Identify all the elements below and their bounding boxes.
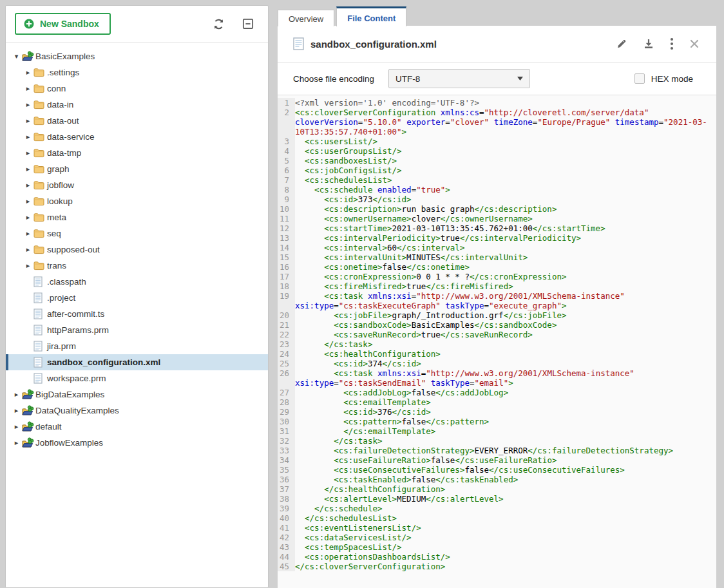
line-content: <cs:jobFile>graph/_Introduction.grf</cs:… [295, 310, 716, 320]
line-content: </cs:schedulesList> [295, 513, 716, 523]
file-icon [33, 325, 47, 336]
line-number: 45 [278, 562, 295, 571]
line-content: </cs:healthConfiguration> [295, 484, 716, 494]
line-number: 38 [278, 494, 295, 504]
tree-item-trans[interactable]: ▸trans [6, 258, 268, 274]
line-content: <cs:alertLevel>MEDIUM</cs:alertLevel> [295, 494, 716, 504]
line-content: <cs:dataServicesList/> [295, 533, 716, 542]
new-sandbox-button[interactable]: New Sandbox [15, 13, 111, 35]
line-content: <cs:intervalPeriodicity>true</cs:interva… [295, 233, 716, 243]
line-number: 30 [278, 417, 295, 426]
line-content: <cs:interval>60</cs:interval> [295, 243, 716, 252]
expand-arrow-icon[interactable]: ▸ [23, 85, 33, 92]
expand-arrow-icon[interactable]: ▸ [23, 246, 33, 253]
tree-item-seq[interactable]: ▸seq [6, 225, 268, 242]
line-number: 33 [278, 446, 295, 455]
line-content: <cs:cronExpression>0 0 1 * * ?</cs:cronE… [295, 272, 716, 281]
expand-arrow-icon[interactable]: ▸ [23, 69, 33, 76]
sandbox-icon [22, 421, 35, 432]
folder-icon [33, 148, 47, 158]
collapse-all-icon[interactable] [242, 18, 254, 30]
tree-item-data-tmp[interactable]: ▸data-tmp [6, 145, 268, 161]
expand-arrow-icon[interactable]: ▸ [23, 166, 33, 173]
tree-item-label: sandbox_configuration.xml [47, 357, 160, 367]
code-line: 4 <cs:userGroupsList/> [278, 146, 716, 156]
code-line: 44 <cs:operationsDashboardsList/> [278, 552, 716, 562]
code-line: 9 <cs:id>373</cs:id> [278, 194, 716, 204]
line-content: <cs:sandboxesList/> [295, 156, 716, 166]
code-editor[interactable]: 1<?xml version='1.0' encoding='UTF-8'?>2… [278, 95, 716, 588]
line-number: 23 [278, 339, 295, 349]
tree-item-DataQualityExamples[interactable]: ▸DataQualityExamples [6, 403, 268, 419]
code-line: 34 <cs:useFailureRatio>false</cs:useFail… [278, 455, 716, 465]
sandbox-icon [22, 437, 35, 448]
tree-item-data-out[interactable]: ▸data-out [6, 113, 268, 129]
code-line: 36 <cs:taskEnabled>false</cs:taskEnabled… [278, 475, 716, 484]
hex-mode-checkbox[interactable] [634, 73, 645, 84]
tree-item-.settings[interactable]: ▸.settings [6, 64, 268, 81]
file-icon [33, 292, 47, 303]
refresh-icon[interactable] [213, 18, 225, 30]
expand-arrow-icon[interactable]: ▸ [23, 101, 33, 108]
tree-item-jobflow[interactable]: ▸jobflow [6, 177, 268, 193]
expand-arrow-icon[interactable]: ▸ [11, 407, 22, 414]
line-number: 34 [278, 455, 295, 465]
code-line: 5 <cs:sandboxesList/> [278, 156, 716, 166]
tree-item-sandbox_configuration.xml[interactable]: sandbox_configuration.xml [6, 354, 268, 370]
tree-item-graph[interactable]: ▸graph [6, 161, 268, 177]
tree-item-default[interactable]: ▸default [6, 419, 268, 435]
tree-item-data-in[interactable]: ▸data-in [6, 97, 268, 113]
file-icon [293, 37, 304, 50]
expand-arrow-icon[interactable]: ▸ [23, 133, 33, 140]
tree-item-workspace.prm[interactable]: workspace.prm [6, 370, 268, 386]
tree-item-data-service[interactable]: ▸data-service [6, 129, 268, 145]
expand-arrow-icon[interactable]: ▸ [11, 423, 22, 430]
file-actions [616, 37, 700, 50]
tree-item-label: data-service [47, 132, 95, 142]
expand-arrow-icon[interactable]: ▸ [23, 149, 33, 156]
tree-item-label: .project [47, 293, 75, 303]
line-number: 13 [278, 233, 295, 243]
tree-item-label: trans [47, 261, 66, 270]
code-line: 8 <cs:schedule enabled="true"> [278, 185, 716, 194]
expand-arrow-icon[interactable]: ▸ [23, 117, 33, 124]
code-line: 6 <cs:jobConfigsList/> [278, 166, 716, 175]
tree-item-JobflowExamples[interactable]: ▸JobflowExamples [6, 435, 268, 451]
file-icon [33, 308, 47, 319]
expand-arrow-icon[interactable]: ▸ [11, 439, 22, 446]
tree-item-lookup[interactable]: ▸lookup [6, 193, 268, 209]
tree-item-meta[interactable]: ▸meta [6, 209, 268, 225]
collapse-arrow-icon[interactable]: ▾ [11, 53, 22, 60]
close-icon[interactable] [689, 39, 700, 49]
line-number: 14 [278, 243, 295, 252]
tree-item-after-commit.ts[interactable]: after-commit.ts [6, 306, 268, 322]
tree-item-.project[interactable]: .project [6, 290, 268, 306]
expand-arrow-icon[interactable]: ▸ [23, 230, 33, 237]
expand-arrow-icon[interactable]: ▸ [23, 198, 33, 205]
line-number: 32 [278, 436, 295, 446]
tab-overview[interactable]: Overview [278, 10, 334, 26]
code-line: 15 <cs:intervalUnit>MINUTES</cs:interval… [278, 252, 716, 262]
code-line: 38 <cs:alertLevel>MEDIUM</cs:alertLevel> [278, 494, 716, 504]
tree-item-supposed-out[interactable]: ▸supposed-out [6, 242, 268, 258]
expand-arrow-icon[interactable]: ▸ [11, 391, 22, 398]
encoding-select[interactable]: UTF-8 [388, 69, 530, 88]
download-icon[interactable] [643, 38, 654, 50]
line-number: 1 [278, 98, 295, 108]
tree-item-conn[interactable]: ▸conn [6, 81, 268, 97]
tree-item-BasicExamples[interactable]: ▾BasicExamples [6, 48, 268, 64]
code-line: 25 <cs:id>374</cs:id> [278, 359, 716, 368]
tree-item-label: BasicExamples [35, 52, 95, 61]
more-menu-icon[interactable] [670, 37, 674, 50]
tree-item-BigDataExamples[interactable]: ▸BigDataExamples [6, 386, 268, 403]
tree-item-httpParams.prm[interactable]: httpParams.prm [6, 322, 268, 338]
expand-arrow-icon[interactable]: ▸ [23, 182, 33, 189]
expand-arrow-icon[interactable]: ▸ [23, 214, 33, 221]
tree-item-.classpath[interactable]: .classpath [6, 274, 268, 290]
edit-icon[interactable] [616, 38, 627, 50]
line-content: <cs:eventListenersList/> [295, 523, 716, 533]
expand-arrow-icon[interactable]: ▸ [23, 262, 33, 269]
tree-item-jira.prm[interactable]: jira.prm [6, 338, 268, 354]
tab-file-content[interactable]: File Content [336, 6, 406, 26]
line-content: <cs:useFailureRatio>false</cs:useFailure… [295, 455, 716, 465]
